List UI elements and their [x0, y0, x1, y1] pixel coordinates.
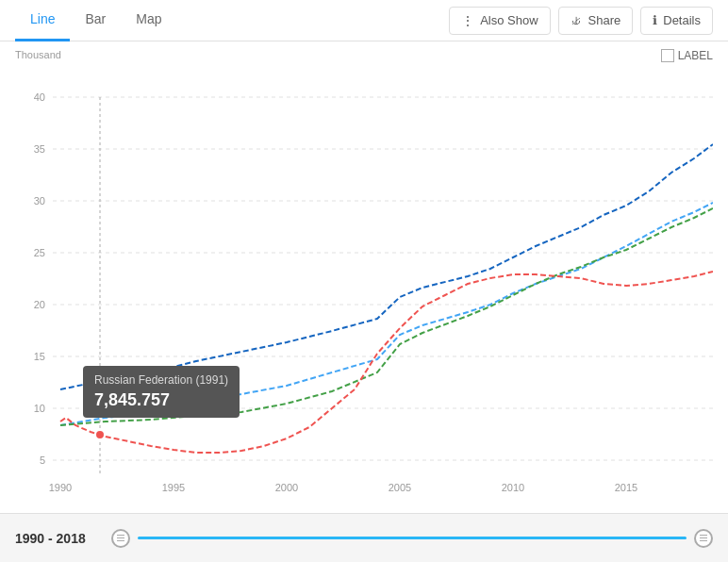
- header-actions: ⋮ Also Show ⫝̸ Share ℹ Details: [449, 7, 713, 35]
- svg-text:35: 35: [34, 143, 45, 155]
- tab-bar: Line Bar Map: [15, 0, 177, 41]
- svg-text:20: 20: [34, 299, 45, 310]
- app-container: Line Bar Map ⋮ Also Show ⫝̸ Share ℹ Detai…: [0, 0, 728, 562]
- svg-text:2000: 2000: [275, 482, 298, 493]
- slider-track[interactable]: [138, 537, 687, 539]
- tab-map[interactable]: Map: [121, 0, 176, 41]
- y-axis: 40 35 30 25 20 15: [34, 91, 713, 466]
- line-series-darkblue: [60, 144, 713, 389]
- svg-text:1990: 1990: [49, 482, 72, 493]
- tab-line[interactable]: Line: [15, 0, 70, 41]
- svg-text:5: 5: [40, 455, 45, 466]
- timeline: 1990 - 2018: [0, 513, 728, 562]
- share-icon: ⫝̸: [571, 13, 583, 27]
- line-series-medblue: [60, 203, 713, 425]
- timeline-range: 1990 - 2018: [15, 531, 100, 546]
- slider-left-handle[interactable]: [111, 529, 130, 548]
- chart-svg-container: 40 35 30 25 20 15: [15, 64, 713, 507]
- info-icon: ℹ: [653, 13, 657, 27]
- tab-bar-chart[interactable]: Bar: [70, 0, 121, 41]
- header: Line Bar Map ⋮ Also Show ⫝̸ Share ℹ Detai…: [0, 0, 728, 41]
- label-checkbox[interactable]: [661, 49, 674, 62]
- list-icon: ⋮: [461, 13, 474, 28]
- share-button[interactable]: ⫝̸ Share: [558, 7, 634, 35]
- slider-container: [111, 529, 713, 548]
- slider-right-handle[interactable]: [694, 529, 713, 548]
- also-show-button[interactable]: ⋮ Also Show: [449, 7, 550, 35]
- svg-text:2015: 2015: [615, 482, 637, 493]
- svg-text:2005: 2005: [389, 482, 411, 493]
- y-axis-label: Thousand: [15, 49, 713, 60]
- svg-text:15: 15: [34, 351, 45, 362]
- svg-text:1995: 1995: [162, 482, 185, 493]
- svg-text:30: 30: [34, 195, 45, 207]
- details-button[interactable]: ℹ Details: [640, 7, 713, 35]
- line-series-green: [60, 208, 713, 425]
- chart-area: Thousand LABEL 40 35 30: [0, 41, 728, 513]
- svg-text:10: 10: [34, 403, 45, 414]
- chart-svg: 40 35 30 25 20 15: [15, 64, 713, 507]
- label-toggle[interactable]: LABEL: [661, 49, 713, 62]
- svg-text:40: 40: [34, 91, 45, 103]
- svg-text:2010: 2010: [502, 482, 524, 493]
- x-axis: 1990 1995 2000 2005 2010 2015: [49, 482, 637, 493]
- svg-point-23: [95, 430, 105, 439]
- line-series-red: [60, 272, 713, 453]
- svg-text:25: 25: [34, 247, 45, 258]
